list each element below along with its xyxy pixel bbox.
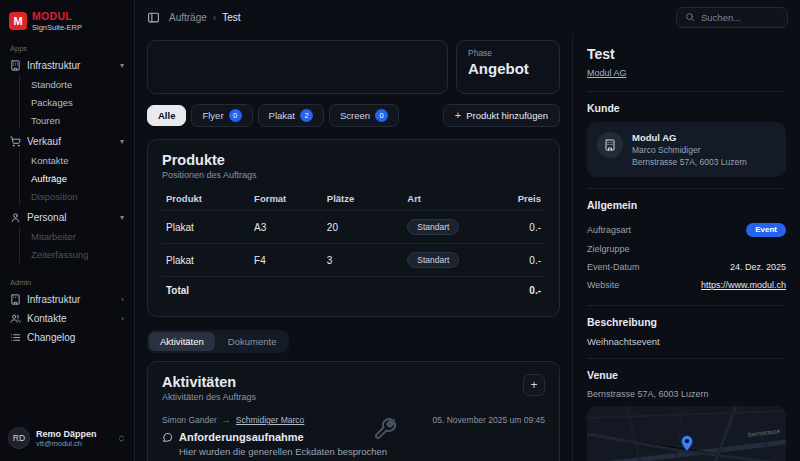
detail-row-website: Website https://www.modul.ch [587,276,786,294]
chevron-right-icon: › [213,12,216,23]
breadcrumb: Aufträge › Test [169,12,241,23]
filter-label: Alle [158,110,175,121]
products-card: Produkte Positionen des Auftrags Produkt… [147,139,560,317]
add-activity-button[interactable]: + [523,374,545,396]
sidebar-item-verkauf[interactable]: Verkauf ▾ [7,132,127,151]
detail-label: Website [587,280,619,290]
customer-name: Modul AG [632,132,747,143]
art-badge: Standart [407,219,459,235]
activity-meta: Simon Gander → Schmidiger Marco 05. Nove… [162,415,545,425]
brand-name: MODUL [32,10,82,22]
sidebar-item-touren[interactable]: Touren [29,111,127,129]
customer-card[interactable]: Modul AG Marco Schmidiger Bernstrasse 57… [587,122,786,177]
content-tabs: Aktivitäten Dokumente [147,330,289,353]
activity-date: 05. November 2025 um 09:45 [433,415,545,425]
sidebar-item-disposition[interactable]: Disposition [29,187,127,205]
cell-format: F4 [250,244,323,277]
search-box[interactable] [676,7,788,28]
filter-alle[interactable]: Alle [147,105,186,126]
activities-card: Aktivitäten Aktivitäten des Auftrags + S… [147,361,560,461]
venue-map[interactable]: Bernstrasse Kanonenstrasse [587,406,786,461]
customer-info: Modul AG Marco Schmidiger Bernstrasse 57… [632,132,747,167]
detail-value: 24. Dez. 2025 [730,262,786,272]
breadcrumb-parent[interactable]: Aufträge [169,12,207,23]
cell-produkt: Plakat [162,244,250,277]
top-row: Phase Angebot [147,40,560,94]
plus-icon: + [455,110,461,121]
col-produkt: Produkt [162,187,250,211]
col-art: Art [403,187,495,211]
brand-block: MODUL SignSuite-ERP [32,10,82,32]
col-preis: Preis [495,187,545,211]
venue-heading: Venue [587,369,786,381]
user-icon [10,212,21,223]
detail-row-event-datum: Event-Datum 24. Dez. 2025 [587,258,786,276]
logo-icon: M [9,12,27,30]
tab-dokumente[interactable]: Dokumente [217,332,288,351]
activity-item[interactable]: Simon Gander → Schmidiger Marco 05. Nove… [162,415,545,457]
count-badge: 0 [229,109,242,122]
activity-assignee-link[interactable]: Schmidiger Marco [236,415,305,425]
add-product-button[interactable]: +Produkt hinzufügen [443,104,560,127]
app-logo[interactable]: M MODUL SignSuite-ERP [7,8,127,32]
sidebar-item-admin-kontakte[interactable]: Kontakte › [7,309,127,328]
chevron-right-icon: › [121,296,124,304]
sidebar-item-changelog[interactable]: Changelog [7,328,127,347]
customer-contact: Marco Schmidiger [632,145,747,155]
detail-row-auftragsart: Auftragsart Event [587,219,786,240]
sidebar-item-label: Kontakte [27,313,66,324]
sidebar-group-verkauf-children: Kontakte Aufträge Disposition [19,151,127,205]
activity-title-row: Anforderungsaufnahme [162,431,545,443]
sidebar-item-packages[interactable]: Packages [29,93,127,111]
allgemein-heading: Allgemein [587,199,786,211]
sidebar-item-personal[interactable]: Personal ▾ [7,208,127,227]
products-subtitle: Positionen des Auftrags [162,170,545,180]
detail-row-zielgruppe: Zielgruppe [587,240,786,258]
customer-address: Bernstrasse 57A, 6003 Luzern [632,157,747,167]
user-name: Remo Däppen [36,429,97,439]
sidebar-item-kontakte[interactable]: Kontakte [29,151,127,169]
phase-value: Angebot [468,60,548,77]
sidebar-section-apps-label: Apps [10,44,124,53]
sidebar-item-infrastruktur[interactable]: Infrastruktur ▾ [7,56,127,75]
top-bar: Aufträge › Test [135,0,800,34]
venue-section: Venue Bernstrasse 57A, 6003 Luzern Berns… [587,358,786,461]
kunde-heading: Kunde [587,102,786,114]
table-row[interactable]: Plakat F4 3 Standart 0.- [162,244,545,277]
sidebar-item-standorte[interactable]: Standorte [29,75,127,93]
sidebar-item-auftraege[interactable]: Aufträge [29,169,127,187]
filter-label: Plakat [269,110,295,121]
filter-flyer[interactable]: Flyer0 [191,104,252,127]
website-link[interactable]: https://www.modul.ch [701,280,786,290]
arrow-right-icon: → [222,415,231,425]
beschreibung-section: Beschreibung Weihnachtsevent [587,305,786,347]
users-icon [10,313,21,324]
filter-screen[interactable]: Screen0 [329,104,399,127]
sidebar-toggle-icon[interactable] [147,11,160,24]
tab-aktivitaeten[interactable]: Aktivitäten [149,332,215,351]
sidebar-group-infrastruktur-children: Standorte Packages Touren [19,75,127,129]
activities-title-block: Aktivitäten Aktivitäten des Auftrags [162,374,256,402]
cell-preis: 0.- [495,244,545,277]
add-product-label: Produkt hinzufügen [466,110,548,121]
order-details-panel: Test Modul AG Kunde Modul AG Marco Schmi… [572,34,800,461]
building-icon [597,132,623,158]
count-badge: 2 [300,109,313,122]
total-label: Total [162,277,250,305]
col-format: Format [250,187,323,211]
avatar: RD [8,427,30,449]
venue-address: Bernstrasse 57A, 6003 Luzern [587,389,786,399]
sidebar-group-personal-children: Mitarbeiter Zeiterfassung [19,227,127,263]
table-row[interactable]: Plakat A3 20 Standart 0.- [162,211,545,244]
phase-progress-card [147,40,448,94]
company-link[interactable]: Modul AG [587,68,627,78]
sidebar-item-mitarbeiter[interactable]: Mitarbeiter [29,227,127,245]
filter-plakat[interactable]: Plakat2 [258,104,324,127]
product-filter-row: Alle Flyer0 Plakat2 Screen0 +Produkt hin… [147,104,560,127]
user-menu[interactable]: RD Remo Däppen vtt@modul.ch [7,423,127,453]
search-input[interactable] [701,12,776,23]
tools-icon [373,417,397,441]
sidebar-item-zeiterfassung[interactable]: Zeiterfassung [29,245,127,263]
sidebar-item-admin-infrastruktur[interactable]: Infrastruktur › [7,290,127,309]
chevron-down-icon: ▾ [120,62,124,70]
